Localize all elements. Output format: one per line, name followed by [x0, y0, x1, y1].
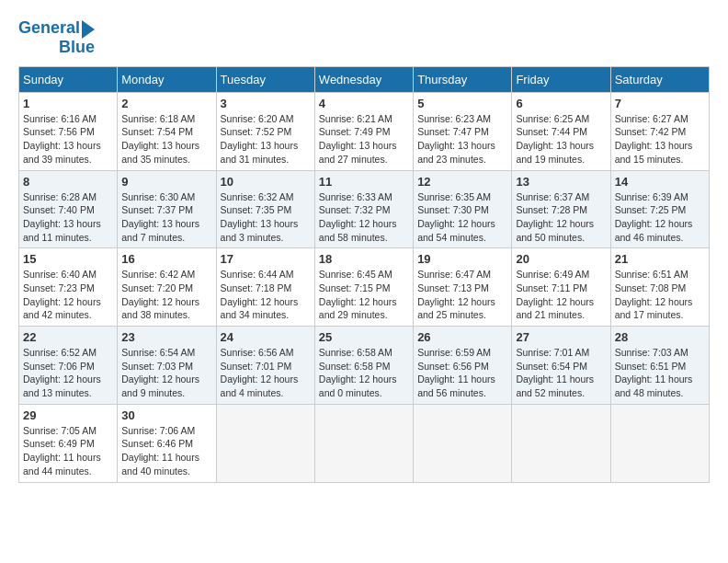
- day-info: Sunrise: 6:25 AM Sunset: 7:44 PM Dayligh…: [516, 112, 606, 167]
- calendar-cell: 26Sunrise: 6:59 AM Sunset: 6:56 PM Dayli…: [414, 327, 512, 405]
- day-info: Sunrise: 6:59 AM Sunset: 6:56 PM Dayligh…: [417, 346, 507, 400]
- calendar-week-row: 8Sunrise: 6:28 AM Sunset: 7:40 PM Daylig…: [19, 170, 710, 248]
- calendar-cell: 6Sunrise: 6:25 AM Sunset: 7:44 PM Daylig…: [512, 92, 610, 170]
- calendar-cell: 27Sunrise: 7:01 AM Sunset: 6:54 PM Dayli…: [512, 327, 610, 405]
- day-info: Sunrise: 6:32 AM Sunset: 7:35 PM Dayligh…: [221, 190, 311, 245]
- day-number: 6: [516, 97, 606, 110]
- calendar-cell: 8Sunrise: 6:28 AM Sunset: 7:40 PM Daylig…: [19, 170, 118, 248]
- day-number: 14: [615, 175, 705, 189]
- day-number: 20: [516, 252, 606, 266]
- calendar-cell: 17Sunrise: 6:44 AM Sunset: 7:18 PM Dayli…: [216, 248, 314, 327]
- calendar-week-row: 22Sunrise: 6:52 AM Sunset: 7:06 PM Dayli…: [19, 327, 710, 405]
- day-info: Sunrise: 6:20 AM Sunset: 7:52 PM Dayligh…: [221, 112, 311, 167]
- day-info: Sunrise: 7:03 AM Sunset: 6:51 PM Dayligh…: [615, 346, 705, 400]
- calendar-cell: 30Sunrise: 7:06 AM Sunset: 6:46 PM Dayli…: [118, 404, 216, 482]
- day-info: Sunrise: 6:39 AM Sunset: 7:25 PM Dayligh…: [615, 190, 705, 245]
- calendar-cell: 18Sunrise: 6:45 AM Sunset: 7:15 PM Dayli…: [314, 248, 413, 327]
- calendar-cell: 3Sunrise: 6:20 AM Sunset: 7:52 PM Daylig…: [216, 92, 314, 170]
- weekday-header: Wednesday: [314, 66, 413, 92]
- calendar-cell: 14Sunrise: 6:39 AM Sunset: 7:25 PM Dayli…: [610, 170, 709, 248]
- logo-arrow-icon: [82, 20, 95, 39]
- day-number: 29: [23, 408, 113, 422]
- calendar-table: SundayMondayTuesdayWednesdayThursdayFrid…: [18, 66, 710, 483]
- day-info: Sunrise: 6:37 AM Sunset: 7:28 PM Dayligh…: [516, 190, 606, 245]
- day-number: 7: [615, 97, 705, 110]
- day-info: Sunrise: 6:35 AM Sunset: 7:30 PM Dayligh…: [417, 190, 507, 245]
- day-info: Sunrise: 6:47 AM Sunset: 7:13 PM Dayligh…: [417, 268, 507, 322]
- day-info: Sunrise: 6:28 AM Sunset: 7:40 PM Dayligh…: [23, 190, 113, 245]
- day-number: 23: [121, 330, 211, 344]
- day-info: Sunrise: 7:05 AM Sunset: 6:49 PM Dayligh…: [23, 424, 113, 478]
- day-number: 30: [121, 408, 211, 422]
- calendar-cell: 21Sunrise: 6:51 AM Sunset: 7:08 PM Dayli…: [610, 248, 709, 327]
- day-number: 26: [417, 330, 507, 344]
- logo: General Blue: [18, 18, 95, 57]
- day-number: 10: [221, 175, 311, 189]
- day-info: Sunrise: 6:42 AM Sunset: 7:20 PM Dayligh…: [121, 268, 211, 322]
- day-number: 28: [615, 330, 705, 344]
- day-number: 9: [121, 175, 211, 189]
- weekday-header: Thursday: [414, 66, 512, 92]
- day-info: Sunrise: 7:01 AM Sunset: 6:54 PM Dayligh…: [516, 346, 606, 400]
- day-number: 24: [221, 330, 311, 344]
- day-info: Sunrise: 6:54 AM Sunset: 7:03 PM Dayligh…: [121, 346, 211, 400]
- calendar-cell: [216, 404, 314, 482]
- weekday-header: Sunday: [19, 66, 118, 92]
- calendar-cell: 11Sunrise: 6:33 AM Sunset: 7:32 PM Dayli…: [314, 170, 413, 248]
- day-info: Sunrise: 6:30 AM Sunset: 7:37 PM Dayligh…: [121, 190, 211, 245]
- calendar-cell: [610, 404, 709, 482]
- calendar-cell: 29Sunrise: 7:05 AM Sunset: 6:49 PM Dayli…: [19, 404, 118, 482]
- day-info: Sunrise: 6:40 AM Sunset: 7:23 PM Dayligh…: [23, 268, 113, 322]
- weekday-header-row: SundayMondayTuesdayWednesdayThursdayFrid…: [19, 66, 710, 92]
- calendar-cell: 20Sunrise: 6:49 AM Sunset: 7:11 PM Dayli…: [512, 248, 610, 327]
- calendar-week-row: 1Sunrise: 6:16 AM Sunset: 7:56 PM Daylig…: [19, 92, 710, 170]
- page-header: General Blue: [18, 18, 710, 57]
- calendar-cell: 15Sunrise: 6:40 AM Sunset: 7:23 PM Dayli…: [19, 248, 118, 327]
- calendar-cell: 4Sunrise: 6:21 AM Sunset: 7:49 PM Daylig…: [314, 92, 413, 170]
- calendar-cell: 9Sunrise: 6:30 AM Sunset: 7:37 PM Daylig…: [118, 170, 216, 248]
- day-info: Sunrise: 6:45 AM Sunset: 7:15 PM Dayligh…: [319, 268, 409, 322]
- day-number: 11: [319, 175, 409, 189]
- calendar-cell: 19Sunrise: 6:47 AM Sunset: 7:13 PM Dayli…: [414, 248, 512, 327]
- day-number: 1: [23, 97, 113, 110]
- day-number: 18: [319, 252, 409, 266]
- day-number: 15: [23, 252, 113, 266]
- day-number: 19: [417, 252, 507, 266]
- calendar-cell: [314, 404, 413, 482]
- calendar-cell: 10Sunrise: 6:32 AM Sunset: 7:35 PM Dayli…: [216, 170, 314, 248]
- weekday-header: Monday: [118, 66, 216, 92]
- day-number: 17: [221, 252, 311, 266]
- weekday-header: Tuesday: [216, 66, 314, 92]
- day-info: Sunrise: 6:27 AM Sunset: 7:42 PM Dayligh…: [615, 112, 705, 167]
- day-info: Sunrise: 6:18 AM Sunset: 7:54 PM Dayligh…: [121, 112, 211, 167]
- calendar-week-row: 29Sunrise: 7:05 AM Sunset: 6:49 PM Dayli…: [19, 404, 710, 482]
- calendar-cell: 28Sunrise: 7:03 AM Sunset: 6:51 PM Dayli…: [610, 327, 709, 405]
- calendar-cell: 25Sunrise: 6:58 AM Sunset: 6:58 PM Dayli…: [314, 327, 413, 405]
- logo-subtext: Blue: [59, 39, 95, 57]
- calendar-week-row: 15Sunrise: 6:40 AM Sunset: 7:23 PM Dayli…: [19, 248, 710, 327]
- calendar-cell: [414, 404, 512, 482]
- weekday-header: Friday: [512, 66, 610, 92]
- day-info: Sunrise: 6:21 AM Sunset: 7:49 PM Dayligh…: [319, 112, 409, 167]
- day-info: Sunrise: 6:51 AM Sunset: 7:08 PM Dayligh…: [615, 268, 705, 322]
- day-number: 16: [121, 252, 211, 266]
- calendar-cell: 12Sunrise: 6:35 AM Sunset: 7:30 PM Dayli…: [414, 170, 512, 248]
- calendar-cell: 5Sunrise: 6:23 AM Sunset: 7:47 PM Daylig…: [414, 92, 512, 170]
- day-number: 25: [319, 330, 409, 344]
- day-number: 5: [417, 97, 507, 110]
- calendar-cell: [512, 404, 610, 482]
- day-info: Sunrise: 6:56 AM Sunset: 7:01 PM Dayligh…: [221, 346, 311, 400]
- calendar-cell: 1Sunrise: 6:16 AM Sunset: 7:56 PM Daylig…: [19, 92, 118, 170]
- weekday-header: Saturday: [610, 66, 709, 92]
- day-number: 3: [221, 97, 311, 110]
- day-info: Sunrise: 6:58 AM Sunset: 6:58 PM Dayligh…: [319, 346, 409, 400]
- calendar-cell: 22Sunrise: 6:52 AM Sunset: 7:06 PM Dayli…: [19, 327, 118, 405]
- calendar-cell: 24Sunrise: 6:56 AM Sunset: 7:01 PM Dayli…: [216, 327, 314, 405]
- day-number: 21: [615, 252, 705, 266]
- day-number: 8: [23, 175, 113, 189]
- day-info: Sunrise: 6:49 AM Sunset: 7:11 PM Dayligh…: [516, 268, 606, 322]
- day-info: Sunrise: 7:06 AM Sunset: 6:46 PM Dayligh…: [121, 424, 211, 478]
- day-number: 4: [319, 97, 409, 110]
- day-number: 12: [417, 175, 507, 189]
- day-info: Sunrise: 6:33 AM Sunset: 7:32 PM Dayligh…: [319, 190, 409, 245]
